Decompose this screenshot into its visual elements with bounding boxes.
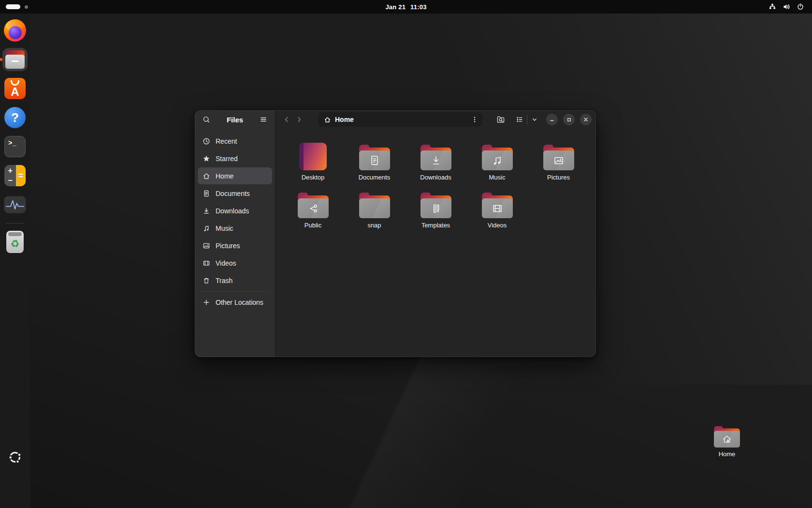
firefox-icon (4, 19, 26, 42)
search-icon (203, 116, 210, 123)
toolbar: Home (276, 110, 596, 129)
photo-glyph-icon (552, 154, 565, 167)
forward-button[interactable] (293, 113, 305, 126)
sidebar-item-documents[interactable]: Documents (198, 185, 272, 202)
dock-item-terminal[interactable]: >_ (2, 135, 28, 158)
view-options-button[interactable] (528, 112, 541, 127)
recycle-bin-icon: ♻ (6, 231, 24, 253)
workspace-inactive-dot (25, 5, 28, 9)
folder-item-videos[interactable]: Videos (466, 191, 528, 232)
clock-time: 11:03 (410, 3, 427, 11)
show-apps-button[interactable] (3, 449, 27, 465)
folder-item-public[interactable]: Public (282, 191, 344, 232)
files-sidebar: Files Recent (195, 110, 276, 357)
files-main-pane: Home (276, 110, 596, 357)
maximize-icon (566, 117, 572, 123)
sidebar-item-home[interactable]: Home (198, 167, 272, 184)
close-icon (582, 116, 589, 123)
music-note-icon (203, 224, 210, 232)
home-folder-icon (714, 426, 740, 448)
dock-item-firefox[interactable] (2, 19, 28, 42)
document-icon (203, 190, 210, 197)
view-toggle-split-button (513, 112, 541, 127)
hamburger-icon (260, 116, 267, 123)
app-center-bag-icon: A (4, 78, 26, 99)
back-button[interactable] (280, 113, 293, 126)
desktop-shortcut-home[interactable]: Home (698, 422, 756, 458)
path-menu-button[interactable] (471, 116, 478, 123)
chevron-left-icon (283, 116, 290, 123)
power-icon (797, 3, 804, 11)
dock-item-help[interactable]: ? (2, 106, 28, 129)
folder-item-downloads[interactable]: Downloads (405, 143, 466, 184)
sidebar-item-other-locations[interactable]: Other Locations (198, 294, 272, 311)
path-label: Home (335, 116, 354, 123)
files-folder-icon (4, 50, 26, 69)
folder-icon (298, 193, 329, 218)
waveform-icon (4, 196, 26, 213)
split-divider (527, 115, 527, 124)
list-view-button[interactable] (513, 112, 526, 127)
chevron-down-icon (531, 116, 538, 123)
sidebar-item-trash[interactable]: Trash (198, 272, 272, 289)
folder-item-desktop[interactable]: Desktop (282, 143, 344, 184)
maximize-button[interactable] (563, 114, 575, 125)
minimize-button[interactable] (546, 114, 558, 125)
close-button[interactable] (580, 114, 592, 125)
sidebar-item-pictures[interactable]: Pictures (198, 237, 272, 254)
folder-item-documents[interactable]: Documents (344, 143, 405, 184)
share-glyph-icon (307, 202, 319, 215)
main-menu-button[interactable] (258, 114, 269, 125)
sidebar-item-downloads[interactable]: Downloads (198, 202, 272, 219)
trash-icon (203, 277, 210, 284)
folder-icon (482, 145, 513, 170)
help-question-icon: ? (4, 107, 26, 128)
workspace-active-pill (6, 4, 20, 9)
desktop-screen: Jan 21 11:03 (0, 0, 812, 508)
recent-clock-icon (203, 137, 210, 145)
search-folder-button[interactable] (493, 112, 508, 127)
dock-item-trash[interactable]: ♻ (2, 230, 28, 254)
clock-date: Jan 21 (385, 3, 406, 11)
clock-button[interactable]: Jan 21 11:03 (385, 3, 426, 11)
toolbar-right (493, 112, 592, 127)
dock-item-app-center[interactable]: A (2, 77, 28, 100)
sidebar-header: Files (195, 110, 275, 129)
sidebar-item-videos[interactable]: Videos (198, 254, 272, 271)
system-status-area[interactable] (768, 3, 812, 11)
dock-item-calculator[interactable]: +− = (2, 164, 28, 187)
window-title: Files (212, 116, 258, 124)
dock-item-system-monitor[interactable] (2, 193, 28, 216)
sidebar-item-starred[interactable]: Starred (198, 150, 272, 167)
folder-icon (359, 193, 390, 218)
home-icon (203, 172, 210, 180)
folder-icon (420, 145, 451, 170)
minimize-icon (549, 116, 555, 123)
running-indicator-dot (0, 58, 2, 61)
volume-icon (783, 3, 790, 11)
dock: A ? >_ +− = (0, 14, 30, 508)
top-bar: Jan 21 11:03 (0, 0, 812, 14)
folder-icon (543, 145, 574, 170)
folder-item-snap[interactable]: snap (344, 191, 405, 232)
sidebar-item-recent[interactable]: Recent (198, 133, 272, 149)
folder-item-music[interactable]: Music (466, 143, 528, 184)
download-icon (203, 207, 210, 215)
template-glyph-icon (430, 202, 442, 215)
dock-divider (6, 223, 24, 224)
folder-search-icon (496, 115, 505, 124)
folder-item-templates[interactable]: Templates (405, 191, 466, 232)
path-bar[interactable]: Home (318, 112, 482, 127)
chevron-right-icon (295, 116, 303, 123)
dock-item-files[interactable] (2, 48, 28, 71)
sidebar-item-music[interactable]: Music (198, 220, 272, 237)
home-icon (324, 116, 331, 123)
workspace-indicator[interactable] (6, 4, 28, 9)
terminal-prompt-icon: >_ (4, 136, 26, 157)
folder-item-pictures[interactable]: Pictures (528, 143, 589, 184)
folder-icon (359, 145, 390, 170)
files-window: Files Recent (195, 110, 596, 357)
search-button[interactable] (201, 114, 212, 125)
folder-icon (482, 193, 513, 218)
folder-grid: Desktop Documents (276, 129, 596, 357)
